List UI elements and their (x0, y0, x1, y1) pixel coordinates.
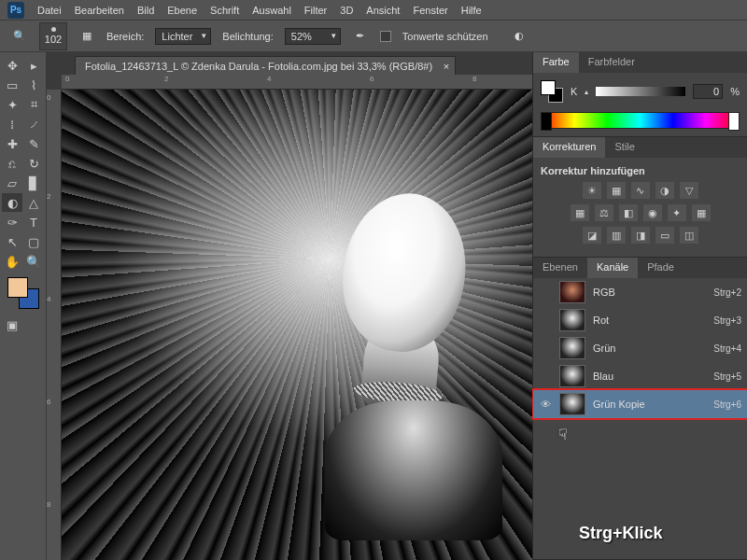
image-content (62, 90, 532, 560)
adj-invert[interactable]: ◪ (583, 227, 601, 244)
ruler-tool[interactable]: ⟋ (23, 115, 44, 133)
tab-stile[interactable]: Stile (605, 137, 643, 158)
brush-panel-icon[interactable]: ▦ (78, 28, 95, 45)
adj-brightness[interactable]: ☀ (583, 182, 601, 199)
adj-levels[interactable]: ▦ (607, 182, 626, 199)
menu-bar: Ps Datei Bearbeiten Bild Ebene Schrift A… (0, 0, 747, 21)
eraser-tool[interactable]: ▱ (2, 174, 22, 192)
channel-shortcut: Strg+3 (713, 315, 741, 326)
adj-gradmap[interactable]: ▭ (655, 227, 674, 244)
spectrum-ramp[interactable] (541, 112, 740, 129)
channel-row-grün[interactable]: Grün Strg+4 (533, 334, 747, 362)
menu-ansicht[interactable]: Ansicht (366, 5, 400, 16)
arrow-tool[interactable]: ▸ (23, 56, 44, 75)
menu-bild[interactable]: Bild (137, 5, 154, 16)
panels-dock: Farbe Farbfelder K ▴ 0 % Korrekt (532, 52, 747, 560)
mini-fgbg[interactable] (541, 80, 563, 103)
foreground-swatch[interactable] (7, 277, 28, 298)
adj-photo[interactable]: ◉ (643, 204, 662, 221)
menu-schrift[interactable]: Schrift (210, 5, 239, 16)
menu-3d[interactable]: 3D (340, 5, 353, 16)
canvas[interactable] (62, 90, 532, 560)
tab-ebenen[interactable]: Ebenen (533, 258, 587, 278)
brush-tool[interactable]: ✎ (23, 134, 44, 153)
fg-bg-swatches[interactable] (7, 277, 39, 309)
adj-mixer[interactable]: ✦ (668, 204, 686, 221)
menu-filter[interactable]: Filter (304, 5, 327, 16)
pct-label: % (730, 86, 740, 97)
screenmode-tool[interactable]: ▣ (2, 315, 22, 334)
document-tab[interactable]: Fotolia_12463713_L © Zdenka Darula - Fot… (75, 56, 456, 76)
channel-shortcut: Strg+6 (713, 399, 741, 410)
tab-korrekturen[interactable]: Korrekturen (533, 137, 605, 158)
annotation-text: Strg+Klick (579, 524, 663, 543)
blur-tool[interactable]: △ (23, 193, 44, 212)
channel-row-rgb[interactable]: RGB Strg+2 (533, 278, 747, 306)
menu-hilfe[interactable]: Hilfe (461, 5, 482, 16)
tonwerte-checkbox[interactable] (380, 31, 391, 42)
k-value[interactable]: 0 (693, 84, 723, 99)
channel-thumb (559, 337, 585, 359)
channel-row-rot[interactable]: Rot Strg+3 (533, 306, 747, 334)
airbrush-icon[interactable]: ✒ (352, 28, 369, 45)
crop-tool[interactable]: ⌗ (23, 95, 44, 114)
adj-vibrance[interactable]: ▽ (680, 182, 698, 199)
adj-hue[interactable]: ▦ (571, 204, 589, 221)
channel-thumb (559, 365, 585, 387)
channel-row-grün-kopie[interactable]: 👁 Grün Kopie Strg+6 (533, 390, 747, 418)
tab-farbe[interactable]: Farbe (533, 52, 579, 73)
stamp-tool[interactable]: ⎌ (2, 154, 22, 173)
brush-size-value: 102 (45, 34, 62, 45)
k-label: K (571, 86, 577, 97)
adj-curves[interactable]: ∿ (631, 182, 650, 199)
marquee-tool[interactable]: ▭ (2, 76, 22, 94)
channels-list: RGB Strg+2 Rot Strg+3 Grün Strg+4 Blau S… (533, 278, 747, 418)
tab-pfade[interactable]: Pfade (638, 258, 684, 278)
tonwerte-label: Tonwerte schützen (402, 31, 488, 42)
heal-tool[interactable]: ✚ (2, 134, 22, 153)
zoom-tool[interactable]: 🔍 (23, 252, 44, 271)
eyedropper-tool[interactable]: ⁞ (2, 115, 22, 133)
channel-name: Blau (593, 371, 706, 382)
adj-thresh[interactable]: ◨ (631, 227, 650, 244)
adj-poster[interactable]: ▥ (607, 227, 626, 244)
belichtung-dropdown[interactable]: 52% (285, 28, 341, 45)
adj-bw[interactable]: ◧ (619, 204, 638, 221)
bereich-dropdown[interactable]: Lichter (155, 28, 211, 45)
tab-farbfelder[interactable]: Farbfelder (579, 52, 644, 73)
visibility-icon[interactable]: 👁 (539, 399, 552, 410)
pressure-icon[interactable]: ◐ (511, 28, 528, 45)
adj-select[interactable]: ◫ (680, 227, 698, 244)
move-tool[interactable]: ✥ (2, 56, 22, 75)
wand-tool[interactable]: ✦ (2, 95, 22, 114)
adj-lut[interactable]: ▦ (692, 204, 711, 221)
belichtung-label: Belichtung: (222, 31, 273, 42)
menu-datei[interactable]: Datei (37, 5, 62, 16)
pen-tool[interactable]: ✑ (2, 213, 22, 231)
k-slider[interactable] (596, 87, 685, 96)
channel-row-blau[interactable]: Blau Strg+5 (533, 362, 747, 390)
hand-tool[interactable]: ✋ (2, 252, 22, 271)
dodge-tool[interactable]: ◐ (2, 193, 22, 212)
channel-name: RGB (593, 287, 706, 298)
channel-name: Grün (593, 343, 706, 354)
adj-balance[interactable]: ⚖ (595, 204, 613, 221)
menu-ebene[interactable]: Ebene (167, 5, 197, 16)
history-brush-tool[interactable]: ↻ (23, 154, 44, 173)
brush-preset-picker[interactable]: 102 (39, 22, 67, 50)
tab-kanaele[interactable]: Kanäle (587, 258, 638, 278)
menu-auswahl[interactable]: Auswahl (252, 5, 291, 16)
menu-bearbeiten[interactable]: Bearbeiten (75, 5, 124, 16)
adj-exposure[interactable]: ◑ (655, 182, 674, 199)
close-tab-icon[interactable]: × (444, 61, 449, 72)
app-logo: Ps (7, 2, 24, 19)
color-panel: Farbe Farbfelder K ▴ 0 % (533, 52, 747, 137)
menu-fenster[interactable]: Fenster (413, 5, 447, 16)
type-tool[interactable]: T (23, 213, 44, 231)
path-tool[interactable]: ↖ (2, 232, 22, 251)
shape-tool[interactable]: ▢ (23, 232, 44, 251)
bereich-label: Bereich: (106, 31, 144, 42)
gradient-tool[interactable]: ▊ (23, 174, 44, 192)
lasso-tool[interactable]: ⌇ (23, 76, 44, 94)
adjustments-panel: Korrekturen Stile Korrektur hinzufügen ☀… (533, 137, 747, 258)
